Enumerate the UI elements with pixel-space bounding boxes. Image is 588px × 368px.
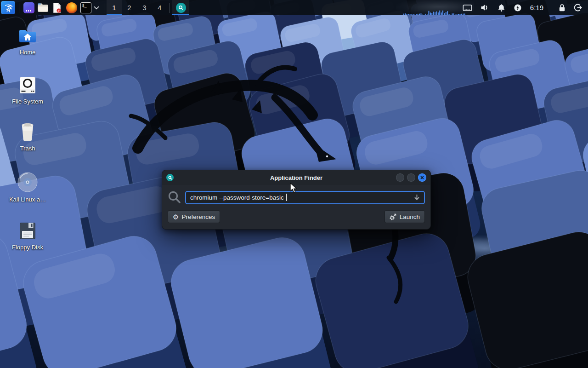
terminal-prompt-glyph: $_ [82, 3, 87, 8]
home-folder-icon [18, 28, 37, 44]
launcher-terminal[interactable]: $_ [79, 0, 93, 15]
logout-icon [574, 3, 582, 12]
panel-separator [104, 3, 104, 13]
workspace-button-1[interactable]: 1 [107, 0, 122, 15]
desktop-icon-label: Kali Linux a… [4, 196, 51, 203]
launch-button-label: Launch [400, 213, 420, 220]
desktop-icon-trash[interactable]: Trash [4, 121, 51, 152]
minimize-button[interactable] [396, 173, 404, 182]
chevron-down-icon [94, 6, 99, 10]
launcher-text-editor[interactable] [50, 0, 64, 15]
preferences-button[interactable]: ⚙ Preferences [168, 210, 220, 223]
panel-activity-graph [403, 10, 468, 15]
qterminal-icon [23, 2, 34, 13]
maximize-button[interactable] [407, 173, 415, 182]
volume-tray-button[interactable] [481, 4, 489, 12]
text-caret [286, 194, 287, 201]
window-controls: ✕ [393, 173, 426, 182]
desktop-icon-file-system[interactable]: File System [4, 74, 51, 105]
notifications-tray-button[interactable] [498, 4, 505, 12]
workspace-label: 2 [127, 4, 131, 12]
text-editor-icon [52, 2, 62, 13]
preferences-button-label: Preferences [181, 213, 215, 220]
system-tray: 6:19 [458, 2, 588, 14]
panel-separator [170, 3, 170, 13]
run-gear-icon [390, 213, 397, 220]
workspace-button-3[interactable]: 3 [137, 0, 152, 15]
desktop-icon-label: Home [4, 49, 51, 56]
command-input[interactable]: chromium --password-store=basic [185, 191, 425, 204]
mouse-cursor [289, 183, 300, 194]
close-button[interactable]: ✕ [418, 173, 426, 182]
launcher-qterminal[interactable] [22, 0, 36, 15]
terminal-icon: $_ [80, 2, 91, 13]
search-icon-large [168, 190, 181, 204]
logout-button[interactable] [574, 3, 582, 12]
lock-screen-button[interactable] [559, 4, 565, 12]
desktop-icon-label: File System [4, 98, 51, 105]
application-finder-icon [176, 3, 186, 13]
workspace-button-4[interactable]: 4 [152, 0, 167, 15]
power-manager-tray-button[interactable] [514, 4, 522, 12]
search-icon [178, 5, 184, 11]
taskbar-application-finder[interactable] [172, 0, 189, 15]
file-manager-icon [37, 3, 49, 12]
desktop-icon-kali-linux-cd[interactable]: Kali Linux a… [4, 170, 51, 203]
launcher-firefox[interactable] [64, 0, 79, 15]
optical-disc-icon [17, 171, 39, 193]
launcher-dropdown-arrow[interactable] [93, 0, 100, 15]
workspace-label: 1 [112, 4, 116, 12]
clock[interactable]: 6:19 [530, 4, 543, 12]
applications-menu-button[interactable] [1, 1, 15, 14]
volume-icon [481, 4, 489, 12]
workspace-label: 3 [142, 4, 146, 12]
application-finder-window: Application Finder ✕ chromium --password… [162, 170, 431, 230]
kali-dragon-icon [2, 2, 14, 14]
command-input-value: chromium --password-store=basic [190, 194, 285, 201]
desktop-icon-label: Trash [4, 145, 51, 152]
floppy-disk-icon [19, 222, 36, 240]
close-icon: ✕ [420, 175, 424, 180]
launch-button[interactable]: Launch [384, 210, 425, 223]
top-panel: $_ 1 2 3 4 [0, 0, 588, 15]
panel-separator [19, 3, 19, 13]
workspace-button-2[interactable]: 2 [122, 0, 137, 15]
launcher-file-manager[interactable] [36, 0, 50, 15]
arrow-down-icon [413, 194, 420, 201]
trash-icon [18, 122, 37, 142]
desktop-icon-label: Floppy Disk [4, 244, 51, 251]
window-title: Application Finder [162, 174, 430, 181]
lock-icon [559, 4, 565, 12]
desktop-icon-home[interactable]: Home [4, 25, 51, 56]
panel-separator [551, 2, 551, 14]
power-bolt-icon [514, 4, 522, 12]
bell-icon [498, 4, 505, 12]
desktop-screen: $_ 1 2 3 4 [0, 0, 588, 368]
gear-icon: ⚙ [173, 213, 179, 220]
firefox-icon [66, 2, 77, 13]
input-dropdown-arrow[interactable] [413, 194, 420, 201]
desktop-icon-floppy-disk[interactable]: Floppy Disk [4, 220, 51, 251]
harddisk-icon [19, 76, 36, 94]
workspace-label: 4 [158, 4, 161, 12]
